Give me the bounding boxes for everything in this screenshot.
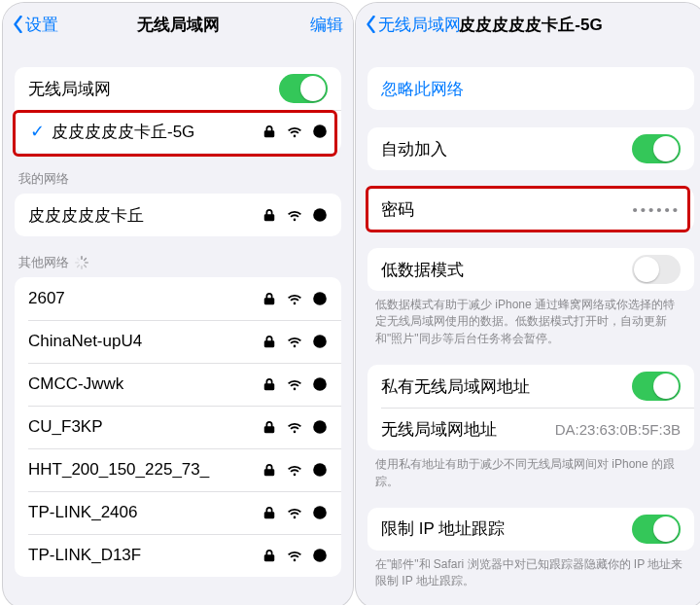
private-address-row: 私有无线局域网地址 (368, 365, 694, 408)
network-name: CU_F3KP (28, 417, 262, 437)
nav-bar: 设置 无线局域网 编辑 (3, 3, 353, 46)
info-icon[interactable] (312, 462, 328, 478)
mac-address-label: 无线局域网地址 (381, 418, 555, 441)
edit-button[interactable]: 编辑 (310, 14, 343, 36)
wifi-master-toggle-row: 无线局域网 (15, 67, 341, 110)
my-networks-header: 我的网络 (3, 170, 353, 194)
connected-network-name: 皮皮皮皮皮卡丘-5G (52, 121, 262, 143)
limit-ip-toggle[interactable] (632, 515, 681, 544)
mac-address-row: 无线局域网地址 DA:23:63:0B:5F:3B (368, 408, 694, 450)
wifi-icon (287, 548, 302, 563)
network-name: CMCC-Jwwk (28, 374, 262, 394)
lock-icon (262, 419, 277, 435)
low-data-label: 低数据模式 (381, 259, 632, 281)
info-icon[interactable] (312, 419, 328, 435)
mac-address-value: DA:23:63:0B:5F:3B (555, 421, 681, 438)
network-row[interactable]: ChinaNet-upU4 (15, 320, 341, 363)
auto-join-toggle[interactable] (632, 134, 681, 163)
nav-bar: 无线局域网 皮皮皮皮皮卡丘-5G (356, 3, 700, 46)
wifi-toggle[interactable] (279, 74, 328, 103)
back-label: 设置 (25, 14, 58, 36)
wifi-icon (287, 124, 302, 139)
forget-network-button[interactable]: 忽略此网络 (368, 67, 694, 110)
wifi-icon (287, 419, 302, 435)
low-data-toggle[interactable] (632, 255, 681, 284)
low-data-row: 低数据模式 (368, 248, 694, 291)
info-icon[interactable] (312, 334, 328, 349)
network-name: TP-LINK_D13F (28, 546, 262, 565)
chevron-left-icon (13, 16, 23, 33)
info-icon[interactable] (312, 291, 328, 306)
info-icon[interactable] (312, 124, 328, 139)
limit-ip-row: 限制 IP 地址跟踪 (368, 508, 694, 551)
lock-icon (262, 505, 277, 520)
network-row[interactable]: HHT_200_150_225_73_ (15, 448, 341, 491)
private-address-footer: 使用私有地址有助于减少不同无线局域网间对 iPhone 的跟踪。 (356, 450, 700, 490)
network-name: TP-LINK_2406 (28, 503, 262, 522)
password-label: 密码 (381, 198, 632, 221)
back-button[interactable]: 无线局域网 (366, 14, 461, 36)
connected-network-row[interactable]: ✓ 皮皮皮皮皮卡丘-5G (15, 110, 341, 153)
wifi-list-pane: 设置 无线局域网 编辑 无线局域网 ✓ 皮皮皮皮皮卡丘-5G (3, 3, 353, 605)
back-button[interactable]: 设置 (13, 14, 58, 36)
wifi-icon (287, 334, 302, 349)
back-label: 无线局域网 (378, 14, 461, 36)
network-row[interactable]: TP-LINK_2406 (15, 491, 341, 534)
limit-ip-label: 限制 IP 地址跟踪 (381, 517, 632, 540)
limit-ip-footer: 在"邮件"和 Safari 浏览器中对已知跟踪器隐藏你的 IP 地址来限制 IP… (356, 551, 700, 590)
password-row[interactable]: 密码 •••••• (368, 188, 694, 231)
wifi-detail-pane: 无线局域网 皮皮皮皮皮卡丘-5G 忽略此网络 自动加入 (356, 3, 700, 605)
network-row[interactable]: 皮皮皮皮皮卡丘 (15, 194, 341, 236)
lock-icon (262, 376, 277, 392)
password-value: •••••• (632, 201, 681, 218)
private-address-toggle[interactable] (632, 372, 681, 401)
wifi-icon (287, 376, 302, 392)
auto-join-label: 自动加入 (381, 138, 632, 160)
wifi-icon (287, 207, 302, 223)
network-name: ChinaNet-upU4 (28, 332, 262, 351)
other-networks-header: 其他网络 (3, 254, 353, 277)
auto-join-row: 自动加入 (368, 127, 694, 170)
network-name: 2607 (28, 289, 262, 308)
info-icon[interactable] (312, 505, 328, 520)
spinner-icon (75, 256, 88, 269)
info-icon[interactable] (312, 376, 328, 392)
low-data-footer: 低数据模式有助于减少 iPhone 通过蜂窝网络或你选择的特定无线局域网使用的数… (356, 291, 700, 347)
lock-icon (262, 124, 277, 139)
wifi-icon (287, 462, 302, 478)
lock-icon (262, 462, 277, 478)
network-name: 皮皮皮皮皮卡丘 (28, 204, 262, 227)
chevron-left-icon (366, 16, 376, 33)
checkmark-icon: ✓ (28, 121, 46, 142)
wifi-icon (287, 291, 302, 306)
lock-icon (262, 207, 277, 223)
network-row[interactable]: CU_F3KP (15, 406, 341, 448)
lock-icon (262, 548, 277, 563)
network-row[interactable]: 2607 (15, 277, 341, 320)
network-name: HHT_200_150_225_73_ (28, 460, 262, 480)
lock-icon (262, 334, 277, 349)
wifi-toggle-label: 无线局域网 (28, 78, 279, 100)
lock-icon (262, 291, 277, 306)
network-row[interactable]: CMCC-Jwwk (15, 363, 341, 406)
info-icon[interactable] (312, 207, 328, 223)
network-row[interactable]: TP-LINK_D13F (15, 534, 341, 577)
info-icon[interactable] (312, 548, 328, 563)
wifi-icon (287, 505, 302, 520)
private-address-label: 私有无线局域网地址 (381, 375, 632, 398)
